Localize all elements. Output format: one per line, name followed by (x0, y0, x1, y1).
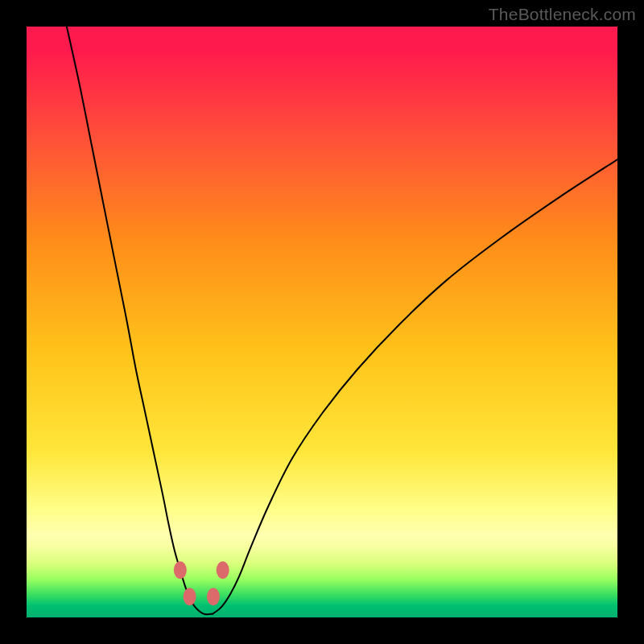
watermark-text: TheBottleneck.com (489, 5, 636, 24)
chart-frame: TheBottleneck.com (0, 0, 644, 644)
chart-plot-area (27, 27, 617, 617)
